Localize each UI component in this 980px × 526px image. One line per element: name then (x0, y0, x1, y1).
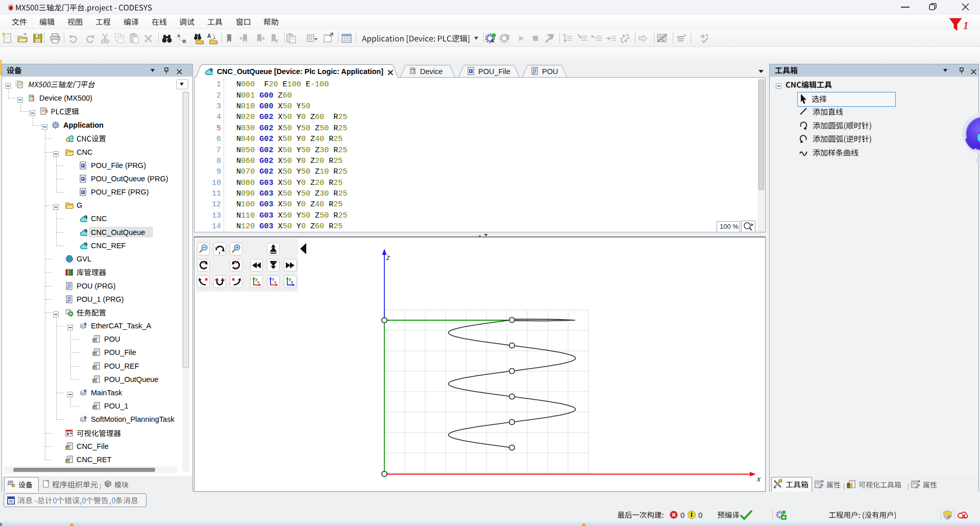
svg-text:x: x (257, 280, 260, 284)
svg-text:B: B (183, 39, 186, 44)
svg-text:A: A (177, 33, 181, 38)
svg-text:A: A (207, 33, 211, 39)
svg-text:1: 1 (963, 19, 969, 31)
svg-text:z: z (291, 280, 293, 284)
svg-text:x: x (274, 280, 277, 284)
svg-text:x: x (756, 475, 761, 483)
svg-text:G: G (84, 242, 87, 246)
svg-text:G: G (84, 214, 87, 219)
svg-text:G: G (210, 67, 213, 72)
svg-text:z: z (386, 253, 390, 261)
svg-text:G: G (84, 228, 87, 233)
